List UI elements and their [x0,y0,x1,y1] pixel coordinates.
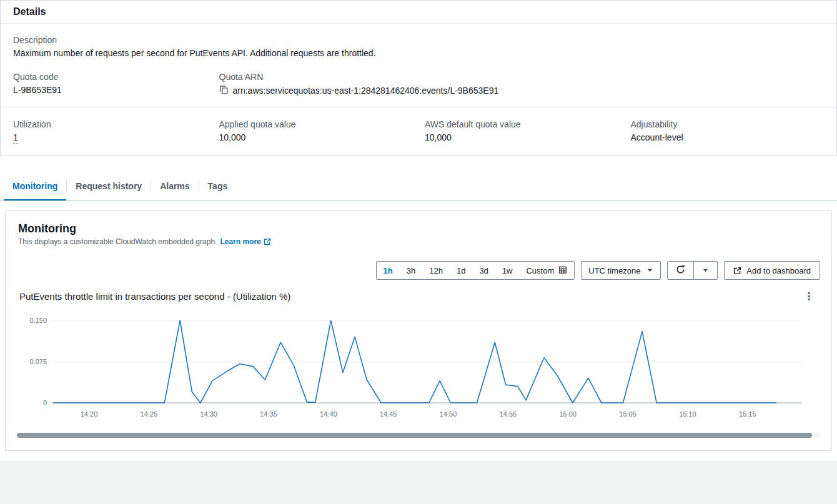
refresh-icon [676,265,685,276]
quota-row: Quota code L-9B653E91 Quota ARN [13,72,824,96]
applied-quota-field: Applied quota value 10,000 [219,119,413,144]
details-body-top: Description Maximum number of requests p… [1,24,836,107]
refresh-split-button [667,261,718,280]
quota-arn-label: Quota ARN [219,72,825,82]
caret-down-icon [646,266,653,275]
tab-monitoring[interactable]: Monitoring [4,172,66,200]
svg-text:14:40: 14:40 [320,410,337,418]
quota-code-label: Quota code [13,72,207,82]
svg-text:14:50: 14:50 [440,410,457,418]
adjustability-label: Adjustability [631,119,825,129]
copy-arn-button[interactable] [219,85,229,96]
svg-text:14:35: 14:35 [260,410,277,418]
svg-text:15:05: 15:05 [619,410,636,418]
monitoring-header: Monitoring This displays a customizable … [6,211,831,251]
details-panel: Details Description Maximum number of re… [0,0,837,156]
cloudwatch-widget: 1h 3h 12h 1d 3d 1w Custom [6,251,831,450]
values-row: Utilization 1 Applied quota value 10,000… [13,119,824,144]
description-field: Description Maximum number of requests p… [13,35,824,58]
default-quota-field: AWS default quota value 10,000 [425,119,618,144]
svg-text:14:25: 14:25 [141,410,158,418]
range-12h-button[interactable]: 12h [422,262,450,279]
svg-text:0.150: 0.150 [29,317,47,324]
horizontal-scrollbar[interactable] [17,433,820,438]
monitoring-subtitle: This displays a customizable CloudWatch … [18,237,217,246]
quota-code-value: L-9B653E91 [13,85,207,95]
svg-text:14:30: 14:30 [200,410,217,418]
range-1d-button[interactable]: 1d [450,262,472,279]
adjustability-value: Account-level [631,132,825,142]
applied-quota-value: 10,000 [219,132,413,142]
utilization-line-chart: 00.0750.15014:2014:2514:3014:3514:4014:4… [17,310,810,422]
range-custom-label: Custom [526,266,554,275]
svg-text:14:45: 14:45 [380,410,397,418]
learn-more-label: Learn more [220,237,260,246]
description-label: Description [13,35,824,45]
tab-tags-label: Tags [208,181,228,191]
description-value: Maximum number of requests per second fo… [13,48,824,58]
monitoring-title: Monitoring [18,222,819,235]
tab-bar: Monitoring Request history Alarms Tags [0,172,837,201]
copy-icon [219,85,229,96]
range-3d-button[interactable]: 3d [472,262,495,279]
quota-code-field: Quota code L-9B653E91 [13,72,207,96]
external-link-icon [264,238,271,245]
svg-text:0.075: 0.075 [29,358,47,365]
calendar-icon [558,265,567,276]
default-quota-value: 10,000 [425,132,618,142]
external-link-icon [733,267,741,275]
add-to-dashboard-label: Add to dashboard [746,266,811,275]
range-3h-button[interactable]: 3h [400,262,422,279]
range-1h-button[interactable]: 1h [377,262,400,279]
svg-text:14:55: 14:55 [500,410,517,418]
quota-arn-field: Quota ARN arn:aws:servicequotas:us-east-… [219,72,825,96]
timezone-label: UTC timezone [588,266,640,275]
details-title: Details [13,6,824,17]
tab-request-history-label: Request history [76,181,142,191]
adjustability-field: Adjustability Account-level [631,119,825,144]
range-custom-button[interactable]: Custom [519,262,574,279]
tab-alarms[interactable]: Alarms [151,172,198,200]
range-1w-button[interactable]: 1w [495,262,520,279]
page-content: Details Description Maximum number of re… [0,0,837,461]
details-body-bottom: Utilization 1 Applied quota value 10,000… [1,108,836,155]
refresh-button[interactable] [668,262,693,279]
timezone-select[interactable]: UTC timezone [581,261,661,280]
tab-monitoring-label: Monitoring [12,181,57,191]
tab-alarms-label: Alarms [160,181,189,191]
svg-text:0: 0 [43,399,47,407]
scrollbar-thumb[interactable] [17,433,812,438]
svg-text:15:15: 15:15 [739,410,756,418]
chart-title-row: PutEvents throttle limit in transactions… [19,291,818,302]
applied-quota-label: Applied quota value [219,119,413,129]
svg-text:14:20: 14:20 [81,410,98,418]
tab-tags[interactable]: Tags [199,172,237,200]
chart-title: PutEvents throttle limit in transactions… [19,291,290,302]
utilization-label: Utilization [13,119,207,129]
add-to-dashboard-button[interactable]: Add to dashboard [724,261,820,280]
learn-more-link[interactable]: Learn more [220,237,270,246]
tab-request-history[interactable]: Request history [67,172,151,200]
utilization-value[interactable]: 1 [13,132,18,144]
kebab-menu-icon[interactable]: ⋮ [800,292,818,302]
time-range-control: 1h 3h 12h 1d 3d 1w Custom [376,261,575,280]
monitoring-panel: Monitoring This displays a customizable … [5,210,832,451]
quota-arn-value: arn:aws:servicequotas:us-east-1:28428146… [233,86,499,96]
svg-text:15:00: 15:00 [559,410,577,418]
default-quota-label: AWS default quota value [425,119,618,129]
chart-toolbar: 1h 3h 12h 1d 3d 1w Custom [17,261,820,280]
caret-down-icon [702,266,709,275]
refresh-options-button[interactable] [694,262,717,279]
svg-text:15:10: 15:10 [679,410,696,418]
details-header: Details [1,1,836,24]
utilization-field: Utilization 1 [13,119,207,144]
